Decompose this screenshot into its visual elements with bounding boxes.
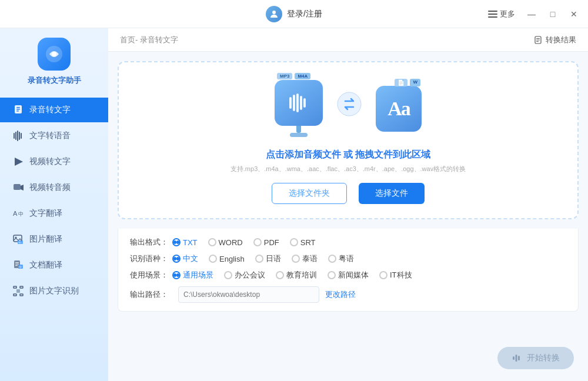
title-bar: 登录/注册 更多 — □ ✕ bbox=[0, 0, 588, 28]
sidebar-item-label: 视频转音频 bbox=[29, 182, 71, 193]
format-txt[interactable]: TXT bbox=[172, 238, 198, 247]
select-folder-button[interactable]: 选择文件夹 bbox=[272, 183, 347, 204]
start-button-wrap: 开始转换 bbox=[497, 347, 574, 369]
sidebar-item-video-to-audio[interactable]: 视频转音频 bbox=[0, 175, 108, 200]
path-row: 输出路径： 更改路径 bbox=[130, 286, 566, 303]
image-translate-icon: 中 bbox=[12, 233, 25, 246]
sidebar: 录音转文字助手 录音转文字 bbox=[0, 28, 108, 381]
upload-hint-main: 点击添加音频文件 或 拖拽文件到此区域 bbox=[266, 149, 431, 161]
scene-general[interactable]: 通用场景 bbox=[172, 270, 213, 280]
format-word[interactable]: WORD bbox=[208, 238, 243, 247]
sidebar-item-label: 图片文字识别 bbox=[29, 286, 79, 296]
format-options: TXT WORD PDF SRT bbox=[172, 238, 316, 247]
video-to-text-icon bbox=[12, 155, 25, 168]
sidebar-item-video-to-text[interactable]: 视频转文字 bbox=[0, 149, 108, 174]
sidebar-item-label: 文字翻译 bbox=[29, 208, 62, 219]
scene-education[interactable]: 教育培训 bbox=[276, 270, 317, 280]
svg-point-0 bbox=[272, 11, 276, 14]
format-pdf-radio[interactable] bbox=[253, 238, 262, 246]
sidebar-item-text-to-audio[interactable]: 文字转语音 bbox=[0, 123, 108, 148]
app-body: 录音转文字助手 录音转文字 bbox=[0, 28, 588, 381]
sidebar-item-doc-translate[interactable]: 中 文档翻译 bbox=[0, 253, 108, 278]
maximize-button[interactable]: □ bbox=[548, 9, 557, 19]
svg-rect-10 bbox=[14, 133, 15, 139]
convert-result-button[interactable]: 转换结果 bbox=[534, 35, 576, 45]
minimize-button[interactable]: — bbox=[527, 9, 536, 19]
upload-area[interactable]: MP3 M4A bbox=[118, 61, 579, 219]
sidebar-item-label: 视频转文字 bbox=[29, 156, 71, 167]
title-bar-controls: 更多 — □ ✕ bbox=[488, 0, 579, 28]
scene-row: 使用场景： 通用场景 办公会议 教育培训 bbox=[130, 270, 566, 280]
svg-text:中: 中 bbox=[19, 265, 22, 269]
svg-rect-43 bbox=[303, 98, 306, 108]
svg-rect-31 bbox=[14, 294, 16, 296]
close-button[interactable]: ✕ bbox=[569, 9, 579, 19]
svg-rect-34 bbox=[16, 289, 20, 293]
svg-rect-36 bbox=[536, 38, 540, 39]
select-file-button[interactable]: 选择文件 bbox=[359, 183, 425, 204]
svg-rect-41 bbox=[296, 93, 299, 112]
sidebar-item-image-ocr[interactable]: 图片文字识别 bbox=[0, 279, 108, 303]
scene-media-radio[interactable] bbox=[328, 271, 336, 279]
lang-english-radio[interactable] bbox=[209, 255, 217, 263]
app-logo bbox=[38, 38, 71, 71]
login-label[interactable]: 登录/注册 bbox=[287, 9, 322, 19]
svg-rect-16 bbox=[14, 184, 21, 190]
svg-rect-39 bbox=[289, 97, 292, 109]
path-label: 输出路径： bbox=[130, 289, 172, 300]
lang-japanese[interactable]: 日语 bbox=[255, 253, 281, 264]
format-txt-radio[interactable] bbox=[172, 238, 181, 246]
scene-tech-radio[interactable] bbox=[379, 271, 387, 279]
format-label: 输出格式： bbox=[130, 237, 172, 248]
sidebar-item-text-translate[interactable]: A 中 文字翻译 bbox=[0, 201, 108, 226]
sidebar-item-label: 文档翻译 bbox=[29, 260, 62, 270]
svg-rect-2 bbox=[488, 14, 497, 15]
svg-rect-9 bbox=[16, 111, 19, 112]
text-to-audio-icon bbox=[12, 129, 25, 142]
lang-english[interactable]: English bbox=[209, 255, 245, 263]
lang-chinese[interactable]: 中文 bbox=[172, 253, 198, 264]
scene-education-radio[interactable] bbox=[276, 271, 284, 279]
word-tag: W bbox=[410, 79, 420, 86]
scene-office-radio[interactable] bbox=[224, 271, 232, 279]
sidebar-item-label: 图片翻译 bbox=[29, 234, 62, 245]
start-convert-button[interactable]: 开始转换 bbox=[497, 347, 574, 369]
lang-chinese-radio[interactable] bbox=[172, 255, 181, 263]
scene-tech[interactable]: IT科技 bbox=[379, 270, 412, 280]
lang-thai-radio[interactable] bbox=[292, 255, 300, 263]
content-area: 首页- 录音转文字 转换结果 bbox=[108, 28, 588, 381]
change-path-button[interactable]: 更改路径 bbox=[325, 289, 356, 300]
svg-rect-1 bbox=[488, 11, 497, 12]
language-row: 识别语种： 中文 English 日语 bbox=[130, 253, 566, 264]
sidebar-item-image-translate[interactable]: 中 图片翻译 bbox=[0, 227, 108, 252]
path-input[interactable] bbox=[178, 286, 319, 303]
app-name: 录音转文字助手 bbox=[28, 75, 81, 86]
svg-rect-8 bbox=[16, 109, 20, 110]
more-button[interactable]: 更多 bbox=[488, 9, 515, 19]
sidebar-item-recording[interactable]: 录音转文字 bbox=[0, 98, 108, 122]
format-word-radio[interactable] bbox=[208, 238, 216, 246]
text-translate-icon: A 中 bbox=[12, 207, 25, 220]
svg-point-44 bbox=[338, 92, 361, 116]
scene-media[interactable]: 新闻媒体 bbox=[328, 270, 369, 280]
format-row: 输出格式： TXT WORD PDF bbox=[130, 237, 566, 248]
recording-icon bbox=[12, 103, 25, 116]
format-pdf[interactable]: PDF bbox=[253, 238, 279, 247]
lang-cantonese-radio[interactable] bbox=[328, 255, 336, 263]
format-srt[interactable]: SRT bbox=[290, 238, 316, 247]
svg-rect-47 bbox=[518, 356, 520, 360]
scene-options: 通用场景 办公会议 教育培训 新闻媒体 bbox=[172, 270, 412, 280]
lang-japanese-radio[interactable] bbox=[255, 255, 263, 263]
format-srt-radio[interactable] bbox=[290, 238, 298, 246]
svg-rect-42 bbox=[300, 96, 302, 110]
mp3-tag: MP3 bbox=[277, 73, 292, 79]
sidebar-nav: 录音转文字 文字转语音 bbox=[0, 98, 108, 303]
scene-general-radio[interactable] bbox=[172, 271, 181, 279]
lang-thai[interactable]: 泰语 bbox=[292, 253, 318, 264]
svg-rect-46 bbox=[516, 355, 517, 362]
svg-point-5 bbox=[52, 52, 56, 56]
lang-cantonese[interactable]: 粤语 bbox=[328, 253, 354, 264]
breadcrumb-bar: 首页- 录音转文字 转换结果 bbox=[108, 28, 588, 52]
svg-rect-13 bbox=[19, 132, 20, 140]
scene-office[interactable]: 办公会议 bbox=[224, 270, 265, 280]
